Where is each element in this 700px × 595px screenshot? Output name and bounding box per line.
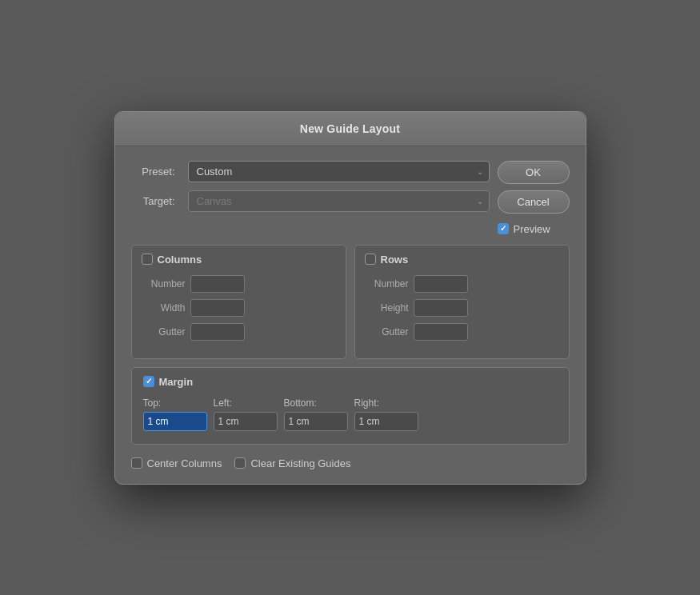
margin-header: Margin xyxy=(143,376,558,388)
ok-button[interactable]: OK xyxy=(498,161,570,184)
preset-select-wrapper: Custom Default ⌄ xyxy=(188,161,490,182)
dialog-titlebar: New Guide Layout xyxy=(115,112,586,146)
margin-checkbox[interactable] xyxy=(143,376,154,387)
rows-gutter-input[interactable] xyxy=(414,323,468,341)
center-columns-label: Center Columns xyxy=(147,457,222,469)
new-guide-layout-dialog: New Guide Layout Preset: Custom Default … xyxy=(114,111,586,485)
columns-number-row: Number xyxy=(142,275,336,293)
target-select[interactable]: Canvas xyxy=(188,190,490,212)
columns-number-label: Number xyxy=(142,278,186,290)
clear-guides-checkbox[interactable] xyxy=(234,457,246,469)
rows-checkbox[interactable] xyxy=(365,254,376,265)
cancel-button[interactable]: Cancel xyxy=(498,190,570,214)
rows-title: Rows xyxy=(381,254,409,266)
rows-number-label: Number xyxy=(365,278,409,290)
columns-header: Columns xyxy=(142,254,336,266)
dialog-body: Preset: Custom Default ⌄ Target: Canv xyxy=(115,146,586,484)
margin-top-label: Top: xyxy=(143,397,162,409)
preset-row: Preset: Custom Default ⌄ xyxy=(131,161,490,182)
top-right: OK Cancel Preview xyxy=(498,161,570,235)
margin-fields: Top: Left: Bottom: Right: xyxy=(143,397,558,431)
preset-label: Preset: xyxy=(131,166,175,178)
columns-gutter-label: Gutter xyxy=(142,326,186,337)
rows-height-row: Height xyxy=(365,299,559,317)
rows-number-row: Number xyxy=(365,275,559,293)
target-label: Target: xyxy=(131,195,175,207)
clear-guides-item: Clear Existing Guides xyxy=(234,457,350,469)
rows-height-label: Height xyxy=(365,302,409,313)
top-section: Preset: Custom Default ⌄ Target: Canv xyxy=(131,161,570,235)
margin-right-label: Right: xyxy=(354,397,379,409)
rows-height-input[interactable] xyxy=(414,299,468,317)
clear-guides-label: Clear Existing Guides xyxy=(250,457,350,469)
preset-select[interactable]: Custom Default xyxy=(188,161,490,182)
target-select-wrapper: Canvas ⌄ xyxy=(188,190,490,212)
top-left: Preset: Custom Default ⌄ Target: Canv xyxy=(131,161,490,212)
margin-title: Margin xyxy=(159,376,194,388)
preview-label: Preview xyxy=(514,223,550,235)
margin-top-field: Top: xyxy=(143,397,207,431)
target-row: Target: Canvas ⌄ xyxy=(131,190,490,212)
margin-top-input[interactable] xyxy=(143,412,207,431)
rows-section: Rows Number Height Gutter xyxy=(354,245,570,359)
margin-left-input[interactable] xyxy=(214,412,278,431)
columns-title: Columns xyxy=(158,254,202,266)
preview-checkbox[interactable] xyxy=(498,223,509,234)
bottom-row: Center Columns Clear Existing Guides xyxy=(131,454,570,469)
columns-rows-area: Columns Number Width Gutter xyxy=(131,245,570,359)
margin-right-field: Right: xyxy=(354,397,418,431)
center-columns-checkbox[interactable] xyxy=(131,457,142,469)
rows-gutter-row: Gutter xyxy=(365,323,559,341)
rows-number-input[interactable] xyxy=(414,275,468,293)
margin-right-input[interactable] xyxy=(354,412,418,431)
columns-number-input[interactable] xyxy=(190,275,245,293)
columns-gutter-row: Gutter xyxy=(142,323,336,341)
margin-section: Margin Top: Left: Bottom: Right: xyxy=(131,367,570,445)
columns-width-row: Width xyxy=(142,299,336,317)
preview-row: Preview xyxy=(498,223,570,235)
margin-bottom-label: Bottom: xyxy=(284,397,317,409)
columns-width-label: Width xyxy=(142,302,186,313)
columns-gutter-input[interactable] xyxy=(190,323,245,341)
columns-width-input[interactable] xyxy=(190,299,245,317)
margin-bottom-field: Bottom: xyxy=(284,397,348,431)
margin-left-label: Left: xyxy=(214,397,232,409)
columns-checkbox[interactable] xyxy=(142,254,153,265)
margin-left-field: Left: xyxy=(214,397,278,431)
margin-bottom-input[interactable] xyxy=(284,412,348,431)
columns-section: Columns Number Width Gutter xyxy=(131,245,346,359)
center-columns-item: Center Columns xyxy=(131,457,222,469)
rows-header: Rows xyxy=(365,254,559,266)
rows-gutter-label: Gutter xyxy=(365,326,409,337)
dialog-title: New Guide Layout xyxy=(300,122,400,135)
